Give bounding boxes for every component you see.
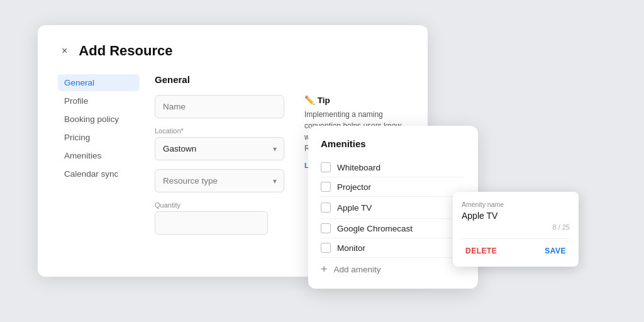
location-field: Location* Gastown ▾: [155, 127, 284, 160]
add-amenity-input[interactable]: [334, 265, 465, 274]
add-amenity-plus-icon: +: [321, 263, 328, 276]
amenity-appletv-checkbox[interactable]: [321, 203, 331, 213]
resource-type-input[interactable]: [155, 169, 284, 192]
resource-type-wrapper: ▾: [155, 169, 284, 192]
location-select[interactable]: Gastown: [155, 137, 284, 160]
sidebar-item-calendar-sync[interactable]: Calendar sync: [58, 165, 140, 182]
amenity-monitor-label: Monitor: [337, 243, 465, 253]
name-field: [155, 95, 284, 118]
quantity-label: Quantity: [155, 201, 284, 209]
sidebar-item-pricing[interactable]: Pricing: [58, 129, 140, 146]
sidebar-item-booking-policy[interactable]: Booking policy: [58, 111, 140, 128]
amenities-panel-title: Amenities: [321, 138, 465, 149]
tip-icon: ✏️: [304, 96, 315, 105]
amenity-whiteboard-checkbox[interactable]: [321, 162, 331, 172]
amenity-name-label: Amenity name: [462, 201, 570, 208]
name-input[interactable]: [155, 95, 284, 118]
sidebar-item-general[interactable]: General: [58, 74, 140, 91]
quantity-field: Quantity 1: [155, 201, 284, 235]
amenity-projector-checkbox[interactable]: [321, 182, 331, 192]
modal-header: × Add Resource: [58, 43, 408, 59]
save-amenity-button[interactable]: SAVE: [541, 244, 570, 258]
sidebar-item-amenities[interactable]: Amenities: [58, 147, 140, 164]
quantity-input[interactable]: 1: [155, 211, 268, 235]
list-item: Projector: [321, 177, 465, 197]
amenity-chromecast-label: Google Chromecast: [337, 224, 465, 233]
tip-title: ✏️ Tip: [304, 95, 408, 105]
sidebar-item-profile[interactable]: Profile: [58, 92, 140, 109]
sidebar-nav: General Profile Booking policy Pricing A…: [58, 74, 140, 243]
amenity-monitor-checkbox[interactable]: [321, 243, 331, 253]
amenity-name-value[interactable]: Apple TV: [462, 211, 570, 221]
amenity-chromecast-checkbox[interactable]: [321, 223, 331, 233]
form-section-title: General: [155, 74, 408, 85]
modal-title: Add Resource: [79, 43, 172, 59]
list-item: Google Chromecast: [321, 219, 465, 238]
location-label: Location*: [155, 127, 284, 135]
amenity-projector-label: Projector: [337, 182, 465, 192]
edit-amenity-card: Amenity name Apple TV 8 / 25 DELETE SAVE: [453, 192, 579, 267]
add-amenity-row: +: [321, 258, 465, 276]
close-button[interactable]: ×: [58, 44, 71, 58]
char-count: 8 / 25: [462, 223, 570, 231]
delete-amenity-button[interactable]: DELETE: [462, 244, 501, 258]
amenity-appletv-label: Apple TV: [337, 203, 447, 213]
amenity-whiteboard-label: Whiteboard: [337, 163, 465, 172]
list-item: Whiteboard: [321, 158, 465, 177]
list-item: Apple TV ✏: [321, 197, 465, 219]
form-fields: Location* Gastown ▾ ▾: [155, 95, 284, 243]
location-select-wrapper: Gastown ▾: [155, 137, 284, 160]
edit-card-actions: DELETE SAVE: [462, 238, 570, 258]
list-item: Monitor: [321, 238, 465, 258]
resource-type-field: ▾: [155, 169, 284, 192]
